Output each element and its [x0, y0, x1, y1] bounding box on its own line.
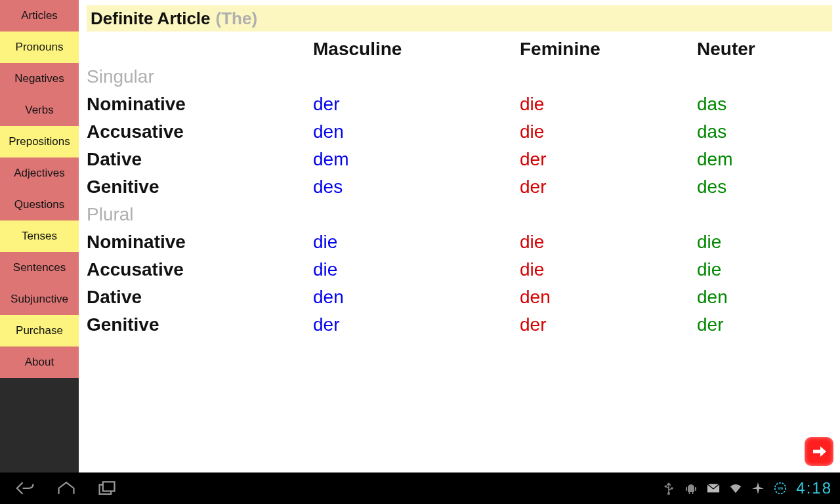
cell-masculine: der: [313, 91, 520, 118]
cell-feminine: die: [520, 118, 697, 146]
cell-masculine: dem: [313, 146, 520, 173]
cell-neuter: den: [697, 284, 832, 311]
title-main: Definite Article: [91, 9, 211, 29]
svg-rect-9: [695, 487, 696, 491]
cell-masculine: des: [313, 173, 520, 201]
sidebar-item-questions[interactable]: Questions: [0, 189, 79, 220]
cell-feminine: die: [520, 256, 697, 284]
cell-masculine: den: [313, 284, 520, 311]
col-neuter: Neuter: [697, 35, 832, 63]
table-row: Dativedemderdem: [87, 146, 832, 173]
table-row: Dativedendenden: [87, 284, 832, 311]
usb-icon: [662, 482, 675, 495]
cell-neuter: die: [697, 228, 832, 256]
android-navbar: 99 4:18: [0, 472, 840, 504]
svg-rect-10: [689, 492, 690, 494]
case-label: Genitive: [87, 311, 313, 339]
case-label: Dative: [87, 146, 313, 173]
svg-rect-0: [813, 450, 821, 453]
cell-feminine: die: [520, 228, 697, 256]
sidebar-item-prepositions[interactable]: Prepositions: [0, 126, 79, 158]
sidebar-item-articles[interactable]: Articles: [0, 0, 79, 32]
sidebar-item-verbs[interactable]: Verbs: [0, 94, 79, 126]
cell-neuter: des: [697, 173, 832, 201]
col-masculine: Masculine: [313, 35, 520, 63]
case-label: Nominative: [87, 228, 313, 256]
table-row: Nominativediediedie: [87, 228, 832, 256]
next-button[interactable]: [805, 437, 833, 466]
sidebar-item-negatives[interactable]: Negatives: [0, 63, 79, 94]
page-title: Definite Article (The): [87, 5, 832, 32]
svg-rect-3: [103, 482, 115, 491]
sidebar-item-adjectives[interactable]: Adjectives: [0, 158, 79, 189]
col-case: [87, 35, 313, 63]
back-button[interactable]: [16, 478, 35, 498]
sidebar-item-subjunctive[interactable]: Subjunctive: [0, 284, 79, 315]
section-singular: Singular: [87, 63, 832, 91]
cell-neuter: das: [697, 118, 832, 146]
cell-feminine: den: [520, 284, 697, 311]
cell-masculine: die: [313, 228, 520, 256]
cell-neuter: das: [697, 91, 832, 118]
svg-marker-1: [820, 446, 826, 457]
cell-feminine: der: [520, 146, 697, 173]
home-button[interactable]: [56, 478, 76, 498]
main-content: Definite Article (The) Masculine Feminin…: [79, 0, 840, 472]
col-feminine: Feminine: [520, 35, 697, 63]
airplane-mode-icon: [751, 482, 765, 495]
case-label: Genitive: [87, 173, 313, 201]
sidebar-item-pronouns[interactable]: Pronouns: [0, 32, 79, 63]
table-row: Accusativedendiedas: [87, 118, 832, 146]
cell-neuter: dem: [697, 146, 832, 173]
svg-rect-5: [671, 488, 673, 490]
declension-table: Masculine Feminine Neuter SingularNomina…: [87, 35, 832, 339]
sync-icon: 99: [774, 482, 787, 495]
cell-neuter: der: [697, 311, 832, 339]
wifi-icon: [729, 482, 742, 495]
svg-rect-8: [686, 487, 687, 491]
cell-masculine: die: [313, 256, 520, 284]
sidebar-item-purchase[interactable]: Purchase: [0, 315, 79, 346]
cell-neuter: die: [697, 256, 832, 284]
table-row: Nominativederdiedas: [87, 91, 832, 118]
cell-masculine: der: [313, 311, 520, 339]
sidebar-item-tenses[interactable]: Tenses: [0, 220, 79, 252]
svg-rect-7: [688, 486, 694, 492]
clock: 4:18: [796, 479, 832, 497]
recent-apps-button[interactable]: [97, 478, 117, 498]
table-row: Genitivederderder: [87, 311, 832, 339]
cell-masculine: den: [313, 118, 520, 146]
cell-feminine: der: [520, 173, 697, 201]
table-row: Accusativediediedie: [87, 256, 832, 284]
android-icon: [684, 482, 698, 495]
svg-text:99: 99: [778, 486, 783, 492]
sidebar-item-about[interactable]: About: [0, 346, 79, 378]
case-label: Accusative: [87, 118, 313, 146]
sidebar: ArticlesPronounsNegativesVerbsPrepositio…: [0, 0, 79, 472]
case-label: Nominative: [87, 91, 313, 118]
title-sub: (The): [216, 9, 258, 29]
section-plural: Plural: [87, 201, 832, 228]
svg-point-6: [667, 492, 670, 495]
case-label: Accusative: [87, 256, 313, 284]
svg-point-4: [665, 486, 667, 488]
mail-icon: [707, 482, 720, 495]
sidebar-item-sentences[interactable]: Sentences: [0, 252, 79, 284]
svg-rect-11: [692, 492, 694, 494]
arrow-right-icon: [810, 443, 828, 460]
cell-feminine: der: [520, 311, 697, 339]
table-row: Genitivedesderdes: [87, 173, 832, 201]
case-label: Dative: [87, 284, 313, 311]
cell-feminine: die: [520, 91, 697, 118]
